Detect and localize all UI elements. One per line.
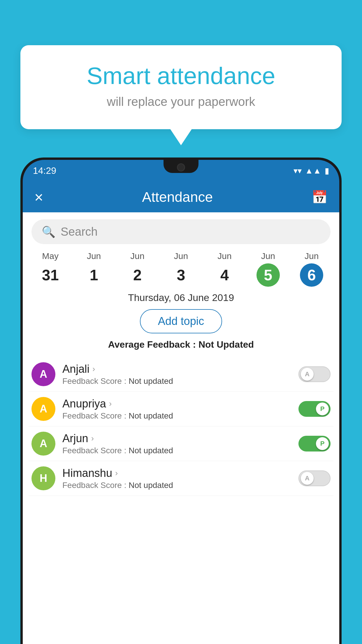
- student-name[interactable]: Anjali ›: [62, 363, 291, 375]
- chevron-icon: ›: [115, 468, 118, 478]
- student-name[interactable]: Anupriya ›: [62, 398, 291, 410]
- avg-feedback-value: Not Updated: [198, 339, 254, 350]
- cal-date: 4: [213, 263, 236, 287]
- search-bar[interactable]: 🔍 Search: [31, 219, 331, 244]
- cal-month: May: [29, 251, 72, 261]
- cal-month: Jun: [246, 251, 290, 261]
- cal-day-5[interactable]: Jun 5: [246, 251, 290, 287]
- cal-month: Jun: [290, 251, 333, 261]
- cal-day-4[interactable]: Jun 4: [203, 251, 246, 287]
- calendar-icon[interactable]: 📅: [312, 190, 328, 205]
- bubble-subtitle: will replace your paperwork: [44, 95, 318, 109]
- chevron-icon: ›: [109, 399, 112, 408]
- student-avatar: H: [31, 466, 55, 490]
- selected-date: Thursday, 06 June 2019: [23, 292, 339, 303]
- cal-date: 5: [256, 263, 280, 287]
- toggle-thumb: P: [316, 402, 329, 415]
- cal-date: 31: [39, 263, 62, 287]
- student-info: Anjali › Feedback Score : Not updated: [62, 363, 291, 386]
- cal-date: 1: [82, 263, 106, 287]
- toggle-thumb: P: [316, 437, 329, 450]
- app-bar-title: Attendance: [142, 189, 213, 205]
- feedback-score: Feedback Score : Not updated: [62, 481, 291, 490]
- attendance-toggle[interactable]: A: [298, 366, 331, 382]
- attendance-toggle[interactable]: P: [298, 401, 331, 417]
- cal-day-3[interactable]: Jun 3: [159, 251, 203, 287]
- student-list: A Anjali › Feedback Score : Not updated …: [23, 357, 339, 496]
- signal-icon: ▲▲: [305, 166, 321, 176]
- bubble-title: Smart attendance: [44, 63, 318, 89]
- student-avatar: A: [31, 432, 55, 456]
- student-item: H Himanshu › Feedback Score : Not update…: [29, 461, 333, 496]
- cal-month: Jun: [116, 251, 159, 261]
- cal-month: Jun: [159, 251, 203, 261]
- cal-date: 6: [300, 263, 323, 287]
- status-icons: ▾▾ ▲▲ ▮: [294, 166, 329, 176]
- chevron-icon: ›: [92, 364, 95, 374]
- phone-frame: 14:29 ▾▾ ▲▲ ▮ × Attendance 📅 🔍 Search Ma…: [20, 158, 342, 644]
- cal-day-1[interactable]: Jun 1: [72, 251, 115, 287]
- cal-day-6[interactable]: Jun 6: [290, 251, 333, 287]
- student-avatar: A: [31, 397, 55, 421]
- student-name[interactable]: Himanshu ›: [62, 467, 291, 480]
- search-placeholder: Search: [61, 225, 98, 238]
- toggle-container[interactable]: A: [298, 366, 331, 382]
- student-name[interactable]: Arjun ›: [62, 432, 291, 445]
- student-item: A Arjun › Feedback Score : Not updated P: [29, 426, 333, 461]
- chevron-icon: ›: [91, 434, 94, 443]
- toggle-container[interactable]: A: [298, 470, 331, 486]
- search-icon: 🔍: [42, 225, 55, 238]
- avg-feedback-label: Average Feedback :: [108, 339, 196, 350]
- attendance-toggle[interactable]: P: [298, 436, 331, 452]
- toggle-thumb: A: [301, 368, 314, 381]
- notch: [164, 160, 198, 173]
- cal-day-31[interactable]: May 31: [29, 251, 72, 287]
- student-item: A Anupriya › Feedback Score : Not update…: [29, 392, 333, 426]
- close-button[interactable]: ×: [34, 188, 43, 206]
- battery-icon: ▮: [325, 166, 329, 176]
- cal-date: 2: [126, 263, 149, 287]
- add-topic-button[interactable]: Add topic: [140, 309, 222, 333]
- cal-month: Jun: [72, 251, 115, 261]
- camera: [177, 163, 185, 172]
- student-info: Arjun › Feedback Score : Not updated: [62, 432, 291, 455]
- student-info: Anupriya › Feedback Score : Not updated: [62, 398, 291, 421]
- attendance-toggle[interactable]: A: [298, 470, 331, 486]
- feedback-score: Feedback Score : Not updated: [62, 377, 291, 386]
- toggle-container[interactable]: P: [298, 401, 331, 417]
- wifi-icon: ▾▾: [294, 166, 302, 176]
- feedback-score: Feedback Score : Not updated: [62, 446, 291, 455]
- app-bar: × Attendance 📅: [23, 182, 339, 212]
- status-time: 14:29: [33, 165, 56, 176]
- avg-feedback: Average Feedback : Not Updated: [23, 339, 339, 350]
- cal-date: 3: [169, 263, 193, 287]
- toggle-thumb: A: [301, 472, 314, 485]
- toggle-container[interactable]: P: [298, 436, 331, 452]
- cal-day-2[interactable]: Jun 2: [116, 251, 159, 287]
- calendar-strip: May 31 Jun 1 Jun 2 Jun 3 Jun 4 Jun 5 Jun…: [23, 251, 339, 287]
- student-avatar: A: [31, 362, 55, 386]
- student-item: A Anjali › Feedback Score : Not updated …: [29, 357, 333, 392]
- speech-bubble-container: Smart attendance will replace your paper…: [20, 45, 342, 129]
- cal-month: Jun: [203, 251, 246, 261]
- student-info: Himanshu › Feedback Score : Not updated: [62, 467, 291, 490]
- feedback-score: Feedback Score : Not updated: [62, 411, 291, 421]
- speech-bubble: Smart attendance will replace your paper…: [20, 45, 342, 129]
- phone-inner: 14:29 ▾▾ ▲▲ ▮ × Attendance 📅 🔍 Search Ma…: [23, 160, 339, 644]
- screen-content: 🔍 Search May 31 Jun 1 Jun 2 Jun 3 Jun 4 …: [23, 212, 339, 644]
